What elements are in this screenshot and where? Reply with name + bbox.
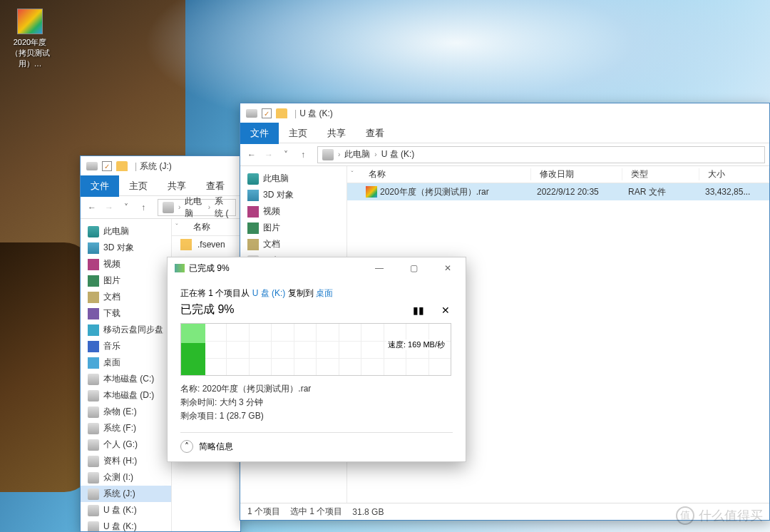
sidebar-item[interactable]: 视频 [81, 256, 171, 272]
sidebar-item[interactable]: 视频 [240, 203, 346, 220]
footer-toggle-label[interactable]: 简略信息 [199, 441, 233, 453]
column-size[interactable]: 大小 [699, 168, 769, 180]
column-name[interactable]: 名称 [360, 168, 531, 180]
sidebar-item[interactable]: 系统 (F:) [81, 420, 171, 436]
column-headers[interactable]: ˇ 名称 [172, 219, 240, 236]
sidebar-item[interactable]: 资料 (H:) [81, 453, 171, 469]
ribbon-tab-share[interactable]: 共享 [158, 175, 196, 197]
pause-button[interactable]: ▮▮ [411, 305, 426, 316]
sidebar-item[interactable]: 本地磁盘 (D:) [81, 387, 171, 404]
ribbon-tab-share[interactable]: 共享 [317, 123, 356, 144]
column-headers[interactable]: ˇ 名称 修改日期 类型 大小 [347, 166, 769, 183]
sidebar-item-label: 视频 [103, 258, 120, 270]
sidebar-item[interactable]: 音乐 [81, 338, 171, 354]
sidebar-item[interactable]: 众测 (I:) [81, 469, 171, 486]
sidebar-item-label: 众测 (I:) [103, 471, 133, 484]
ribbon: 文件 主页 共享 查看 [81, 176, 240, 196]
ribbon-tab-home[interactable]: 主页 [279, 123, 317, 144]
sidebar-item[interactable]: 此电脑 [240, 170, 346, 187]
ribbon-tab-view[interactable]: 查看 [356, 123, 394, 144]
drive-icon [88, 488, 99, 500]
sidebar-item-label: 本地磁盘 (D:) [103, 389, 154, 401]
sidebar-item[interactable]: 个人 (G:) [81, 436, 171, 453]
drive-icon [88, 505, 99, 516]
nav-history-button[interactable]: ˅ [279, 148, 293, 162]
sidebar-item[interactable]: 桌面 [81, 354, 171, 371]
desktop-file-icon[interactable]: 2020年度（拷贝测试用）… [9, 9, 51, 69]
nav-forward-button[interactable]: → [262, 148, 276, 162]
nav-back-button[interactable]: ← [85, 200, 99, 215]
sidebar-item-label: 此电脑 [103, 225, 129, 237]
status-count: 1 个项目 [247, 506, 280, 518]
breadcrumb-sep: › [338, 150, 340, 158]
titlebar[interactable]: ✓ | U 盘 (K:) [240, 103, 769, 123]
transfer-speed-chart: 速度: 169 MB/秒 [180, 323, 451, 376]
sidebar-item-label: 系统 (F:) [103, 422, 136, 434]
dialog-titlebar[interactable]: 已完成 9% — ▢ ✕ [168, 257, 466, 279]
sidebar-item[interactable]: 移动云盘同步盘 [81, 322, 171, 338]
column-type[interactable]: 类型 [622, 168, 699, 180]
sidebar-item[interactable]: 3D 对象 [240, 187, 346, 203]
copy-progress-dialog[interactable]: 已完成 9% — ▢ ✕ 正在将 1 个项目从 U 盘 (K:) 复制到 桌面 … [167, 257, 466, 462]
sidebar-item[interactable]: 系统 (J:) [81, 486, 171, 502]
progress-heading: 已完成 9% ▮▮ ✕ [180, 302, 453, 317]
column-date[interactable]: 修改日期 [531, 168, 622, 180]
list-item[interactable]: 2020年度（拷贝测试用）.rar 2022/9/12 20:35 RAR 文件… [347, 183, 769, 200]
copy-dest-link[interactable]: 桌面 [316, 288, 333, 298]
breadcrumb-root[interactable]: 此电脑 [185, 195, 203, 220]
sidebar-item[interactable]: 3D 对象 [81, 240, 171, 256]
sidebar-item[interactable]: U 盘 (K:) [81, 518, 171, 531]
close-button[interactable]: ✕ [437, 261, 458, 275]
ribbon-tab-file[interactable]: 文件 [81, 175, 119, 197]
column-name[interactable]: 名称 [185, 221, 240, 233]
cancel-button[interactable]: ✕ [438, 305, 453, 316]
drive-icon [88, 456, 99, 467]
breadcrumb-root[interactable]: 此电脑 [344, 148, 370, 160]
drive-icon [322, 149, 334, 160]
sidebar-item[interactable]: 图片 [81, 272, 171, 289]
ribbon-tab-view[interactable]: 查看 [196, 175, 235, 197]
ribbon-tab-file[interactable]: 文件 [240, 123, 279, 144]
sidebar-item[interactable]: 下载 [81, 305, 171, 322]
sidebar-item[interactable]: 文档 [81, 289, 171, 305]
quickaccess-checkbox[interactable]: ✓ [262, 108, 272, 118]
nav-up-button[interactable]: ↑ [296, 148, 310, 162]
sidebar-item-label: 下载 [103, 307, 120, 319]
sidebar-item[interactable]: 本地磁盘 (C:) [81, 371, 171, 387]
navigation-pane[interactable]: 此电脑3D 对象视频图片文档下载移动云盘同步盘音乐桌面本地磁盘 (C:)本地磁盘… [81, 219, 172, 531]
video-icon [88, 259, 99, 270]
maximize-button[interactable]: ▢ [403, 261, 424, 275]
nav-history-button[interactable]: ˅ [119, 200, 133, 215]
nav-up-button[interactable]: ↑ [136, 200, 150, 215]
copy-source-link[interactable]: U 盘 (K:) [252, 288, 286, 298]
address-bar[interactable]: › 此电脑 › 系统 ( [158, 199, 236, 216]
watermark: 值 什么值得买 [676, 506, 763, 525]
quickaccess-checkbox[interactable]: ✓ [102, 161, 112, 171]
folder-icon [180, 239, 192, 250]
file-name: 2020年度（拷贝测试用）.rar [380, 186, 489, 198]
file-date: 2022/9/12 20:35 [528, 187, 620, 197]
sidebar-item[interactable]: 此电脑 [81, 223, 171, 240]
sidebar-item[interactable]: 文档 [240, 236, 346, 252]
drive-icon [88, 472, 99, 484]
nav-back-button[interactable]: ← [245, 148, 259, 162]
collapse-icon[interactable]: ˇ [172, 222, 182, 232]
nav-forward-button[interactable]: → [102, 200, 116, 215]
sidebar-item[interactable]: 杂物 (E:) [81, 404, 171, 420]
status-size: 31.8 GB [352, 507, 384, 517]
sidebar-item[interactable]: U 盘 (K:) [81, 502, 171, 518]
address-bar[interactable]: › 此电脑 › U 盘 (K:) [317, 146, 765, 163]
sidebar-item[interactable]: 图片 [240, 220, 346, 236]
ribbon-tab-home[interactable]: 主页 [119, 175, 158, 197]
titlebar[interactable]: ✓ | 系统 (J:) [81, 156, 240, 176]
breadcrumb-current[interactable]: 系统 ( [215, 195, 231, 220]
minimize-button[interactable]: — [369, 261, 390, 275]
sidebar-item-label: 图片 [103, 275, 120, 287]
chevron-up-icon[interactable]: ˄ [180, 440, 193, 453]
speed-label: 速度: 169 MB/秒 [386, 339, 446, 350]
breadcrumb-current[interactable]: U 盘 (K:) [381, 148, 415, 160]
list-item[interactable]: .fseven [172, 236, 240, 253]
collapse-icon[interactable]: ˇ [347, 170, 357, 180]
wallpaper-rock [0, 242, 93, 492]
copy-description: 正在将 1 个项目从 U 盘 (K:) 复制到 桌面 [180, 287, 453, 300]
